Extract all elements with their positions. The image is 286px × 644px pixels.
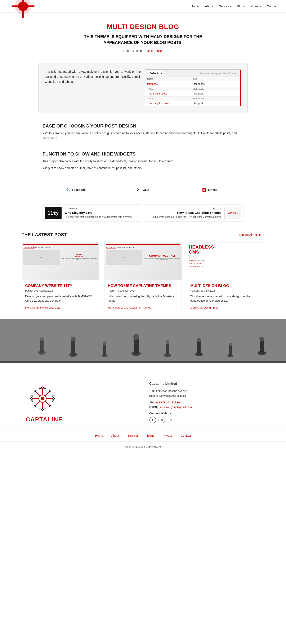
nav-blogs[interactable]: Blogs — [237, 4, 245, 8]
footer-tel-row: Tel. +62.878.193.555.89 — [149, 400, 260, 404]
next-post-desc: Initial instructions for using the 11ty … — [148, 215, 222, 219]
section-body-2a: This project also comes with the ability… — [43, 159, 243, 164]
post-title-2: HOW TO USE CAPLATINE THEMES — [108, 284, 178, 288]
post-more-3[interactable]: More Multi Design Blog → — [190, 306, 222, 309]
next-post-info: Next → How to use Caplatine Themes Initi… — [148, 207, 222, 219]
nav-home[interactable]: Home — [191, 4, 199, 8]
panel-title-label-row: TITLE FILENAME — [145, 87, 241, 91]
svg-point-55 — [49, 390, 51, 392]
footer-nav-contact[interactable]: Contact — [181, 434, 191, 437]
section-widgets: FUNCTION TO SHOW AND HIDE WIDGETS This p… — [38, 147, 248, 177]
panel-header: Default Search not configured. Read The … — [145, 70, 241, 77]
svg-line-56 — [35, 401, 40, 406]
social-instagram[interactable]: ◎ — [168, 416, 174, 423]
prev-post-dir: ← Previous — [64, 207, 138, 210]
footer-copyright: Copyrights 2024 Captaline.ltd — [0, 442, 286, 452]
share-facebook[interactable]: € ; Facebook — [43, 186, 109, 194]
panel-filename-3: firstpost — [194, 102, 239, 105]
panel-filename-label: FILENAME — [193, 88, 239, 90]
panel-row-1: fourthpost fourthpost — [145, 81, 241, 87]
footer-tel[interactable]: +62.878.193.555.89 — [155, 401, 180, 404]
panel-select[interactable]: Default — [147, 71, 163, 76]
svg-point-57 — [34, 406, 36, 407]
svg-line-50 — [35, 391, 40, 396]
post-card-3: HEADLESSCMS Blog Posts fourthpost fourth… — [187, 242, 264, 313]
social-facebook[interactable]: f — [149, 416, 156, 423]
post-thumb-img-1: CAPTALINE New and Mod JAMSTACK img COMPA… — [22, 243, 99, 280]
logo[interactable] — [8, 0, 38, 21]
cms-panel: Default Search not configured. Read The … — [145, 70, 241, 106]
section-title-2: FUNCTION TO SHOW AND HIDE WIDGETS — [43, 151, 243, 157]
prev-post[interactable]: 11ty ← Previous Why Eleventy 11ty The be… — [43, 204, 141, 222]
svg-point-51 — [34, 390, 36, 392]
panel-name-label: NAME — [147, 78, 193, 80]
next-post-thumb: COMPANYWEB THEMES — [224, 207, 241, 219]
footer-address: 1302 Lemesos Rosario Avenue Buesno Strov… — [149, 388, 260, 398]
panel-title-label: TITLE — [147, 88, 193, 90]
prev-post-info: ← Previous Why Eleventy 11ty The best an… — [64, 207, 138, 219]
footer-tel-label: Tel. — [149, 400, 155, 404]
panel-name-1: fourthpost — [147, 82, 192, 86]
prev-post-thumb: 11ty — [45, 207, 62, 219]
nav-about[interactable]: About — [205, 4, 213, 8]
post-excerpt-1: Develop your company profile website wit… — [25, 294, 96, 303]
svg-point-45 — [31, 400, 33, 402]
cms-screenshot-section: It is fully integrated with CMS, making … — [38, 63, 248, 113]
footer-nav-services[interactable]: Services — [127, 434, 139, 437]
svg-line-54 — [45, 391, 50, 396]
hero-title: MULTI DESIGN BLOG — [4, 23, 282, 31]
panel-path-label: PATH — [193, 78, 239, 80]
svg-point-44 — [31, 395, 33, 397]
section-post-design: EASE OF CHOOSING YOUR POST DESIGN. With … — [38, 119, 248, 147]
breadcrumb-home[interactable]: Home — [123, 49, 131, 52]
hero-section: MULTI DESIGN BLOG THIS THEME IS EQUIPPED… — [0, 12, 286, 57]
footer-logo-text: CAPTALINE — [26, 416, 137, 423]
footer-email-row: e-mail. creativebydre@gmail.com — [149, 405, 260, 409]
share-linkedin[interactable]: in Linked — [177, 186, 243, 194]
nav-services[interactable]: Services — [219, 4, 231, 8]
next-post[interactable]: COMPANYWEB THEMES Next → How to use Capl… — [145, 204, 243, 222]
red-accent-bar — [240, 70, 241, 106]
linkedin-icon: in — [202, 188, 206, 192]
breadcrumb-blog[interactable]: Blog — [136, 49, 142, 52]
share-bar: € ; Facebook ✕ Tweet in Linked — [38, 181, 248, 198]
nav-contact[interactable]: Contact — [267, 4, 278, 8]
hero-crowd-image — [0, 321, 286, 363]
explore-link[interactable]: Explore All Posts → — [239, 233, 264, 236]
panel-title-label-2: TITLE — [147, 98, 193, 100]
svg-point-40 — [39, 409, 41, 410]
social-icons: f ✕ ◎ — [149, 416, 260, 423]
latest-header: THE LASTEST POST Explore All Posts → — [22, 232, 264, 238]
post-thumb-img-2: CAPTALINE New and Modern JAMSTA img COMP… — [104, 243, 182, 280]
nav-privacy[interactable]: Privacy — [251, 4, 261, 8]
share-tweet[interactable]: ✕ Tweet — [109, 186, 177, 194]
instagram-icon: ◎ — [170, 418, 172, 422]
svg-point-1 — [18, 1, 28, 11]
cms-description: It is fully integrated with CMS, making … — [45, 70, 141, 84]
post-card-2: CAPTALINE New and Modern JAMSTA img COMP… — [104, 242, 182, 313]
posts-grid: CAPTALINE New and Mod JAMSTACK img COMPA… — [22, 242, 264, 313]
footer-email[interactable]: creativebydre@gmail.com — [160, 406, 192, 409]
footer-nav-about[interactable]: About — [111, 434, 119, 437]
breadcrumb-current: Multi Design — [147, 49, 163, 52]
panel-row-3: This is my first post. firstpost — [145, 100, 241, 106]
breadcrumb: Home › Blog › Multi Design — [4, 49, 282, 52]
svg-point-49 — [53, 400, 54, 402]
footer-nav-blogs[interactable]: Blogs — [147, 434, 154, 437]
svg-point-48 — [53, 395, 54, 397]
footer-nav-home[interactable]: Home — [95, 434, 103, 437]
post-body-3: MULTI DESIGN BLOG Publish : 29 July 2024… — [187, 280, 264, 313]
post-navigation: 11ty ← Previous Why Eleventy 11ty The be… — [38, 202, 248, 224]
panel-title-2: This is a fifth post — [147, 92, 192, 95]
svg-point-41 — [44, 409, 46, 410]
share-tweet-label: Tweet — [141, 188, 149, 192]
post-more-1[interactable]: More Company Website 11ty → — [25, 306, 64, 309]
post-more-2[interactable]: More How to use Caplatine Themes → — [108, 306, 155, 309]
panel-filename-2: fifthpost — [194, 92, 239, 95]
latest-title: THE LASTEST POST — [22, 232, 67, 238]
facebook-icon: f — [152, 418, 153, 422]
panel-search: Search not configured. Read The Do... — [200, 72, 239, 74]
post-date-1: Publish : 03 August 2024 — [25, 289, 96, 292]
footer-nav-privacy[interactable]: Privacy — [163, 434, 172, 437]
social-x[interactable]: ✕ — [159, 416, 165, 423]
